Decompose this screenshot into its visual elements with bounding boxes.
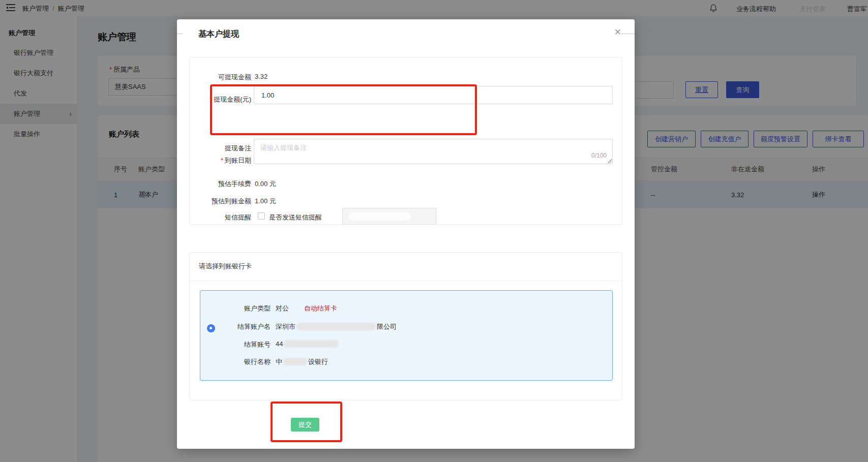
withdraw-amount-label: *提现金额(元) bbox=[190, 95, 251, 104]
bank-card-option[interactable]: 账户类型 对公 自动结算卡 结算账户名 深圳市限公司 结算账号 44 银行名称 … bbox=[200, 290, 613, 381]
remark-textarea-wrap: 0/100 bbox=[254, 139, 613, 164]
sms-remind-label: 短信提醒 bbox=[190, 213, 251, 222]
header-right-rule bbox=[621, 34, 635, 34]
masked-value bbox=[349, 212, 411, 221]
settlement-account-name-value: 深圳市限公司 bbox=[276, 322, 397, 331]
arrival-date-label: *到账日期 bbox=[190, 156, 251, 165]
withdraw-modal: 基本户提现 ✕ 可提现金额 3.32 *提现金额(元) *到账日期 下一自然日2… bbox=[177, 19, 635, 449]
bank-card-section: 请选择到账银行卡 账户类型 对公 自动结算卡 结算账户名 深圳市限公司 结算账号… bbox=[189, 252, 622, 401]
bank-name-value: 中设银行 bbox=[276, 357, 328, 366]
settlement-account-number-value: 44 bbox=[276, 340, 340, 348]
withdraw-amount-input[interactable] bbox=[254, 86, 613, 104]
settlement-account-number-label: 结算账号 bbox=[200, 340, 271, 349]
sms-checkbox[interactable] bbox=[258, 212, 265, 220]
bank-section-title: 请选择到账银行卡 bbox=[199, 262, 252, 271]
remark-label: 提现备注 bbox=[190, 144, 251, 153]
header-left-rule bbox=[177, 34, 183, 34]
account-type-label: 账户类型 bbox=[200, 304, 271, 313]
required-mark: * bbox=[221, 157, 223, 164]
withdraw-form-card: 可提现金额 3.32 *提现金额(元) *到账日期 下一自然日24:00前(D1… bbox=[189, 57, 622, 225]
required-mark: * bbox=[209, 96, 212, 103]
available-amount-label: 可提现金额 bbox=[190, 73, 251, 82]
submit-button[interactable]: 提交 bbox=[291, 418, 319, 432]
resize-handle-icon[interactable] bbox=[607, 159, 612, 163]
bank-name-label: 银行名称 bbox=[200, 357, 271, 366]
estimated-fee-label: 预估手续费 bbox=[190, 179, 251, 189]
auto-settlement-tag: 自动结算卡 bbox=[304, 304, 337, 313]
char-counter: 0/100 bbox=[591, 152, 607, 159]
phone-masked-input bbox=[342, 208, 436, 225]
modal-header: 基本户提现 ✕ bbox=[177, 19, 635, 48]
masked-value bbox=[296, 323, 376, 330]
available-amount-value: 3.32 bbox=[255, 73, 267, 80]
masked-value bbox=[283, 358, 307, 365]
settlement-account-name-label: 结算账户名 bbox=[200, 322, 271, 331]
bank-section-header: 请选择到账银行卡 bbox=[190, 253, 622, 281]
estimated-fee-value: 0.00 元 bbox=[255, 179, 276, 189]
modal-title: 基本户提现 bbox=[198, 29, 239, 40]
close-icon[interactable]: ✕ bbox=[614, 28, 621, 37]
estimated-arrival-label: 预估到账金额 bbox=[190, 197, 251, 206]
masked-value bbox=[284, 340, 339, 348]
account-type-value: 对公 bbox=[276, 304, 289, 313]
sms-checkbox-label[interactable]: 是否发送短信提醒 bbox=[269, 213, 322, 222]
estimated-arrival-value: 1.00 元 bbox=[255, 197, 276, 206]
remark-textarea[interactable] bbox=[254, 139, 613, 164]
